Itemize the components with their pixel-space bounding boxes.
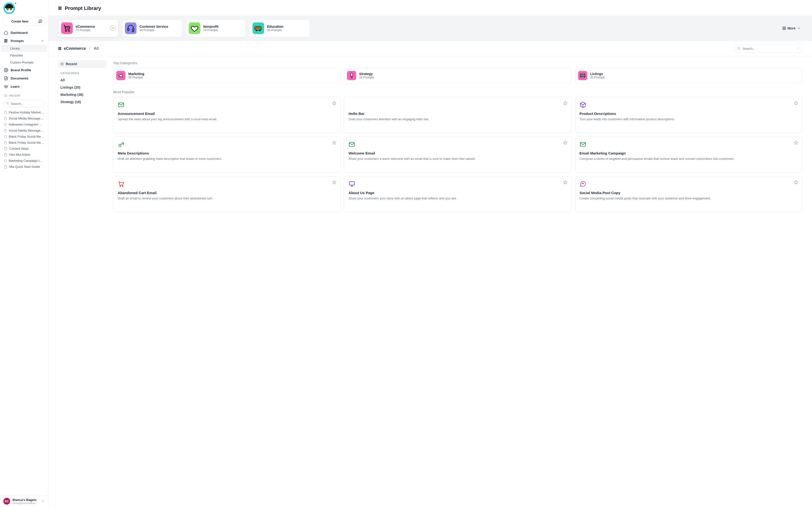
svg-point-51	[120, 186, 121, 187]
prompt-card[interactable]: About Us Page Show your customers your s…	[344, 176, 571, 212]
breadcrumb-lib[interactable]: eCommerce	[64, 46, 86, 51]
more-button[interactable]: More	[780, 19, 802, 37]
favorite-star-icon[interactable]	[794, 101, 798, 105]
library-card-customer[interactable]: Customer Service 84 Prompts	[122, 19, 182, 37]
favorite-star-icon[interactable]	[332, 140, 337, 145]
brand-icon	[4, 68, 8, 72]
nav-prompts[interactable]: Prompts	[1, 37, 47, 45]
category-card[interactable]: Strategy 18 Prompts	[344, 68, 571, 83]
prompt-title: Social Media Post Copy	[579, 191, 798, 195]
favorite-star-icon[interactable]	[563, 101, 567, 105]
svg-rect-30	[59, 47, 60, 50]
nav-learn[interactable]: Learn	[1, 82, 47, 91]
svg-rect-17	[128, 29, 129, 31]
page-header: Prompt Library	[48, 0, 812, 15]
nav-sub-library[interactable]: Library	[1, 45, 47, 52]
recent-item[interactable]: Social Media Messages for...	[1, 115, 47, 121]
content-search[interactable]	[735, 44, 802, 53]
svg-rect-18	[133, 29, 134, 31]
prompt-title: Meta Descriptions	[118, 151, 336, 155]
dashboard-icon	[4, 31, 8, 35]
prompt-card[interactable]: Email Marketing Campaign Compose a serie…	[575, 136, 802, 173]
nav-sub-custom[interactable]: Custom Prompts	[1, 59, 47, 66]
chevron-updown-icon	[41, 499, 45, 503]
heart-chat-icon	[579, 181, 587, 188]
content-search-input[interactable]	[735, 44, 802, 53]
check-icon	[110, 25, 115, 31]
recent-item[interactable]: Mia Quick Start Guide	[1, 164, 47, 170]
new-chat-button[interactable]	[36, 17, 45, 25]
key-icon	[118, 141, 125, 148]
prompt-card[interactable]: Hello Bar Grab your customers attention …	[344, 97, 571, 133]
svg-marker-46	[563, 141, 567, 145]
document-icon	[4, 117, 7, 120]
rail-category[interactable]: Strategy (18)	[58, 98, 106, 106]
svg-line-9	[8, 104, 9, 105]
prompt-title: Email Marketing Campaign	[579, 151, 798, 155]
recent-item[interactable]: Festive Holiday Marketing ...	[1, 109, 47, 115]
recent-item[interactable]: Black Friday Social Media ...	[1, 133, 47, 139]
favorite-star-icon[interactable]	[563, 140, 567, 145]
mail-icon	[579, 141, 587, 148]
library-card-education[interactable]: Education 93 Prompts	[249, 19, 310, 37]
prompt-title: Hello Bar	[349, 112, 567, 116]
sidebar-search-input[interactable]	[3, 100, 45, 107]
recent-item[interactable]: Content Ideas	[1, 146, 47, 152]
category-card[interactable]: Listings 20 Prompts	[575, 68, 802, 83]
svg-rect-2	[4, 39, 5, 42]
favorite-star-icon[interactable]	[563, 180, 567, 184]
library-card-ecommerce[interactable]: eCommerce 73 Prompts	[58, 19, 118, 37]
library-title: eCommerce	[75, 24, 107, 29]
svg-line-32	[740, 49, 740, 50]
favorite-star-icon[interactable]	[794, 180, 798, 184]
nav-brand[interactable]: Brand Profile	[1, 66, 47, 74]
document-icon	[4, 129, 7, 132]
nav-label: Documents	[11, 76, 29, 80]
rail-category[interactable]: Marketing (36)	[58, 91, 106, 98]
chevron-down-icon	[797, 26, 800, 30]
document-icon	[4, 147, 7, 151]
mail-icon	[349, 141, 356, 148]
sidebar-search[interactable]	[3, 100, 45, 107]
prompt-desc: Spread the news about your big announcem…	[118, 117, 336, 122]
favorite-star-icon[interactable]	[332, 180, 337, 184]
recent-item[interactable]: Halloween Instagram Mess...	[1, 121, 47, 127]
prompt-card[interactable]: Welcome Email Show your customers a warm…	[344, 136, 571, 173]
clear-search-icon[interactable]	[797, 47, 800, 50]
rail-recent[interactable]: Recent	[58, 60, 106, 68]
prompt-desc: Compose a series of targeted and persuas…	[579, 157, 798, 161]
prompt-desc: Turn your leads into customers with info…	[579, 117, 798, 122]
svg-marker-39	[333, 101, 336, 105]
user-footer[interactable]: BS Bianca's Bagels demo@coschedule.com	[0, 495, 48, 507]
recent-item[interactable]: Social Media Messages for...	[1, 127, 47, 133]
library-card-nonprofit[interactable]: Nonprofit 74 Prompts	[186, 19, 246, 37]
favorite-star-icon[interactable]	[794, 140, 798, 145]
nav-dashboard[interactable]: Dashboard	[1, 29, 47, 37]
prompt-card[interactable]: Social Media Post Copy Create compelling…	[575, 176, 802, 212]
prompt-card[interactable]: Announcement Email Spread the news about…	[113, 97, 341, 133]
create-new-button[interactable]: Create New	[3, 17, 36, 25]
svg-point-31	[738, 47, 740, 49]
document-icon	[4, 165, 7, 169]
monitor-icon	[349, 181, 356, 188]
category-sub: 18 Prompts	[359, 76, 374, 79]
svg-point-4	[6, 69, 7, 71]
document-icon	[4, 141, 7, 145]
nav-documents[interactable]: Documents	[1, 74, 47, 82]
recent-item[interactable]: Marketing Campaign Ideas ...	[1, 158, 47, 164]
prompt-card[interactable]: Meta Descriptions Draft an attention-gra…	[113, 136, 341, 173]
prompt-title: Abandoned Cart Email	[118, 191, 336, 195]
recent-item[interactable]: Hire Mia Article	[1, 152, 47, 158]
cart-icon	[118, 181, 125, 188]
rail-category[interactable]: All	[58, 76, 106, 84]
prompt-card[interactable]: Abandoned Cart Email Draft an email to r…	[113, 176, 341, 212]
recent-item[interactable]: Black Friday Social Media ...	[1, 139, 47, 146]
nav-sub-favorites[interactable]: Favorites	[1, 52, 47, 59]
category-rail: Recent CATEGORIES AllListings (20)Market…	[48, 56, 108, 222]
prompt-card[interactable]: Product Descriptions Turn your leads int…	[575, 97, 802, 133]
recent-header: RECENT	[0, 91, 48, 99]
svg-point-20	[256, 30, 257, 31]
favorite-star-icon[interactable]	[332, 101, 337, 105]
category-card[interactable]: Marketing 35 Prompts	[113, 68, 341, 83]
rail-category[interactable]: Listings (20)	[58, 84, 106, 91]
